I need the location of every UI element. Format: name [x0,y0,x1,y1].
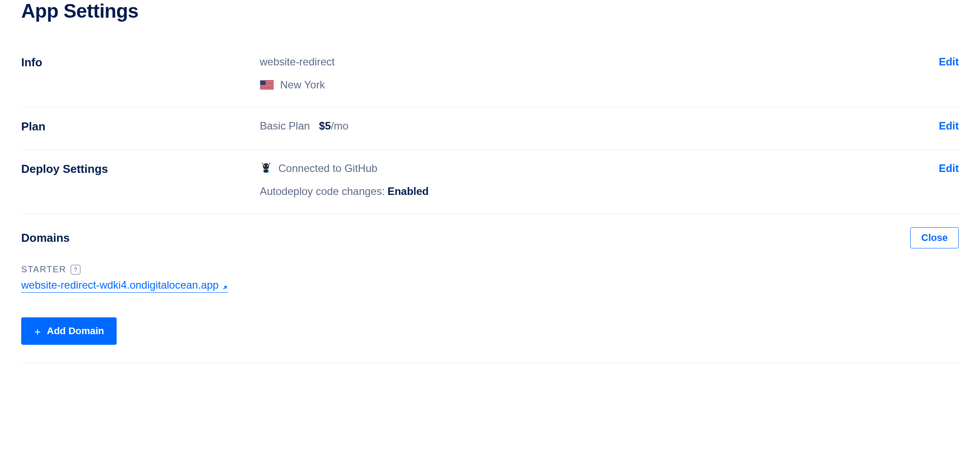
page-title: App Settings [21,0,959,22]
section-info-content: website-redirect New York [260,56,939,91]
svg-point-0 [263,163,269,169]
deploy-connected-text: Connected to GitHub [278,162,377,175]
domains-tier-label: STARTER [21,264,66,275]
domain-url-link[interactable]: website-redirect-wdki4.ondigitalocean.ap… [21,279,228,293]
info-region: New York [280,79,325,91]
section-domains-label: Domains [21,231,70,245]
plus-icon [34,327,42,335]
section-plan-label: Plan [21,120,260,133]
section-plan-content: Basic Plan $5/mo [260,120,939,132]
add-domain-label: Add Domain [47,325,104,337]
section-deploy: Deploy Settings Connected to GitHub Auto… [21,150,959,214]
plan-name: Basic Plan [260,120,310,132]
info-app-name: website-redirect [260,56,334,68]
plan-price: $5 [319,120,331,132]
deploy-edit-link[interactable]: Edit [939,162,959,174]
domains-tier-row: STARTER ? [21,264,959,275]
domains-close-button[interactable]: Close [910,227,959,248]
us-flag-icon [260,80,274,90]
add-domain-button[interactable]: Add Domain [21,317,117,345]
section-domains: Domains Close STARTER ? website-redirect… [21,214,959,363]
section-info: Info website-redirect New York Edit [21,43,959,107]
svg-point-4 [267,165,268,166]
github-icon [260,162,272,175]
deploy-autodeploy-value: Enabled [387,185,429,198]
plan-period: /mo [331,120,349,132]
section-plan: Plan Basic Plan $5/mo Edit [21,107,959,150]
domain-url-text: website-redirect-wdki4.ondigitalocean.ap… [21,279,219,291]
help-icon[interactable]: ? [71,265,80,275]
section-deploy-label: Deploy Settings [21,162,260,176]
external-link-icon [221,282,228,289]
deploy-autodeploy-label: Autodeploy code changes: [260,185,385,198]
svg-point-3 [264,165,265,166]
plan-edit-link[interactable]: Edit [939,120,959,132]
info-edit-link[interactable]: Edit [939,56,959,68]
section-info-label: Info [21,56,260,69]
section-deploy-content: Connected to GitHub Autodeploy code chan… [260,162,939,198]
